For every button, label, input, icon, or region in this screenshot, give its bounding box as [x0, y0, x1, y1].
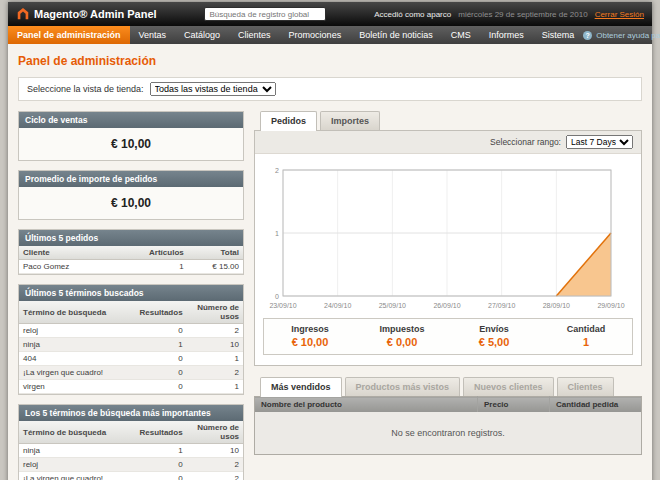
table-row: ninja110	[19, 444, 243, 458]
nav-item-sistema[interactable]: Sistema	[533, 26, 584, 44]
svg-text:2: 2	[275, 167, 279, 174]
column-header-resultados: Resultados	[135, 421, 186, 444]
tab-pedidos[interactable]: Pedidos	[260, 111, 317, 131]
card-title: Ciclo de ventas	[19, 112, 243, 128]
nav-item-ventas[interactable]: Ventas	[130, 26, 176, 44]
table-row: reloj02	[19, 324, 243, 338]
header-date: miércoles 29 de septiembre de 2010	[458, 10, 587, 19]
top-search-terms-card: Los 5 términos de búsqueda más important…	[18, 404, 244, 480]
total-label: Cantidad	[540, 324, 632, 334]
dashboard: Ciclo de ventas € 10,00 Promedio de impo…	[18, 111, 642, 480]
column-header-precio: Precio	[478, 397, 550, 413]
nav-item-cat-logo[interactable]: Catálogo	[175, 26, 229, 44]
top-header: Magento® Admin Panel Accedió como aparco…	[8, 2, 652, 26]
svg-text:0: 0	[275, 293, 279, 300]
card-title: Los 5 términos de búsqueda más important…	[19, 405, 243, 421]
tab-productos-m-s-vistos[interactable]: Productos más vistos	[345, 377, 461, 396]
logout-link[interactable]: Cerrar Sesión	[595, 10, 644, 19]
total-impuestos: Impuestos€ 0,00	[356, 319, 448, 354]
nav-item-panel-de-administraci-n[interactable]: Panel de administración	[8, 26, 130, 44]
column-header-art-culos: Artículos	[120, 246, 188, 260]
column-header-n-mero-de-usos: Número de usos	[187, 301, 243, 324]
total-label: Envíos	[448, 324, 540, 334]
column-header-t-rmino-de-b-squeda: Término de búsqueda	[19, 421, 135, 444]
app-title: Magento® Admin Panel	[34, 8, 157, 20]
column-header-cliente: Cliente	[19, 246, 120, 260]
table-row: reloj02	[19, 458, 243, 472]
content-area: Panel de administración Seleccione la vi…	[8, 44, 652, 480]
admin-page: Magento® Admin Panel Accedió como aparco…	[8, 2, 652, 480]
main-nav-list: Panel de administraciónVentasCatálogoCli…	[8, 26, 583, 44]
range-select[interactable]: Last 7 Days	[566, 135, 633, 149]
logged-in-as: Accedió como aparco	[374, 10, 451, 19]
empty-row: No se encontraron registros.	[255, 412, 642, 455]
magento-logo-icon	[16, 7, 30, 21]
average-order-value: € 10,00	[19, 187, 243, 219]
card-title: Últimos 5 pedidos	[19, 230, 243, 246]
last-orders-card: Últimos 5 pedidos ClienteArtículosTotalP…	[18, 229, 244, 275]
tab-m-s-vendidos[interactable]: Más vendidos	[260, 377, 342, 397]
orders-chart: 01223/09/1024/09/1025/09/1026/09/1027/09…	[263, 160, 633, 312]
bestsellers-grid: Nombre del productoPrecioCantidad pedida…	[254, 396, 642, 455]
help-icon: ?	[583, 31, 592, 40]
tab-nuevos-clientes[interactable]: Nuevos clientes	[463, 377, 554, 396]
nav-item-promociones[interactable]: Promociones	[280, 26, 351, 44]
store-switcher: Seleccione la vista de tienda: Todas las…	[18, 77, 642, 101]
column-header-n-mero-de-usos: Número de usos	[187, 421, 243, 444]
tab-clientes[interactable]: Clientes	[557, 377, 614, 396]
range-bar: Seleccionar rango: Last 7 Days	[255, 131, 641, 154]
store-view-select[interactable]: Todas las vistas de tienda	[150, 82, 276, 96]
total-value: € 10,00	[264, 336, 356, 348]
last-orders-table: ClienteArtículosTotalPaco Gomez1€ 15.00	[19, 246, 243, 274]
svg-text:29/09/10: 29/09/10	[597, 302, 624, 309]
nav-item-bolet-n-de-noticias[interactable]: Boletín de noticias	[350, 26, 442, 44]
global-search	[165, 7, 367, 21]
table-row: ¡La virgen que cuadro!02	[19, 366, 243, 380]
svg-text:27/09/10: 27/09/10	[488, 302, 515, 309]
dashboard-left-column: Ciclo de ventas € 10,00 Promedio de impo…	[18, 111, 244, 480]
average-order-card: Promedio de importe de pedidos € 10,00	[18, 170, 244, 220]
table-row: 40401	[19, 352, 243, 366]
nav-item-informes[interactable]: Informes	[480, 26, 533, 44]
sales-cycle-card: Ciclo de ventas € 10,00	[18, 111, 244, 161]
total-label: Impuestos	[356, 324, 448, 334]
table-row: Paco Gomez1€ 15.00	[19, 260, 243, 274]
tab-importes[interactable]: Importes	[320, 111, 380, 130]
total-ingresos: Ingresos€ 10,00	[264, 319, 356, 354]
table-row: ¡La virgen que cuadro!02	[19, 472, 243, 480]
diagram-panel: Seleccionar rango: Last 7 Days 01223/09/…	[254, 130, 642, 366]
grid-tabs: Más vendidosProductos más vistosNuevos c…	[254, 377, 642, 396]
help-label: Obtener ayuda para esta página	[596, 31, 660, 40]
dashboard-right-column: PedidosImportes Seleccionar rango: Last …	[254, 111, 642, 455]
column-header-cantidad-pedida: Cantidad pedida	[550, 397, 642, 413]
total-value: € 0,00	[356, 336, 448, 348]
column-header-total: Total	[188, 246, 243, 260]
nav-item-cms[interactable]: CMS	[442, 26, 480, 44]
total-label: Ingresos	[264, 324, 356, 334]
svg-text:24/09/10: 24/09/10	[324, 302, 351, 309]
store-switcher-label: Seleccione la vista de tienda:	[27, 84, 144, 94]
last-search-terms-table: Término de búsquedaResultadosNúmero de u…	[19, 301, 243, 394]
totals-bar: Ingresos€ 10,00Impuestos€ 0,00Envíos€ 5,…	[263, 318, 633, 355]
column-header-t-rmino-de-b-squeda: Término de búsqueda	[19, 301, 135, 324]
range-label: Seleccionar rango:	[490, 137, 561, 147]
svg-text:26/09/10: 26/09/10	[433, 302, 460, 309]
svg-text:23/09/10: 23/09/10	[269, 302, 296, 309]
sales-cycle-value: € 10,00	[19, 128, 243, 160]
magento-logo[interactable]: Magento® Admin Panel	[16, 7, 157, 21]
svg-text:1: 1	[275, 230, 279, 237]
svg-text:28/09/10: 28/09/10	[543, 302, 570, 309]
total-value: € 5,00	[448, 336, 540, 348]
card-title: Promedio de importe de pedidos	[19, 171, 243, 187]
global-search-input[interactable]	[204, 7, 326, 21]
table-row: ninja110	[19, 338, 243, 352]
nav-item-clientes[interactable]: Clientes	[229, 26, 280, 44]
column-header-nombre-del-producto: Nombre del producto	[255, 397, 478, 413]
total-cantidad: Cantidad1	[540, 319, 632, 354]
page-title: Panel de administración	[18, 54, 642, 68]
diagram-tabs: PedidosImportes	[254, 111, 642, 130]
table-row: virgen01	[19, 380, 243, 394]
main-nav: Panel de administraciónVentasCatálogoCli…	[8, 26, 652, 44]
empty-message: No se encontraron registros.	[255, 412, 642, 455]
help-link[interactable]: ? Obtener ayuda para esta página	[583, 26, 660, 44]
